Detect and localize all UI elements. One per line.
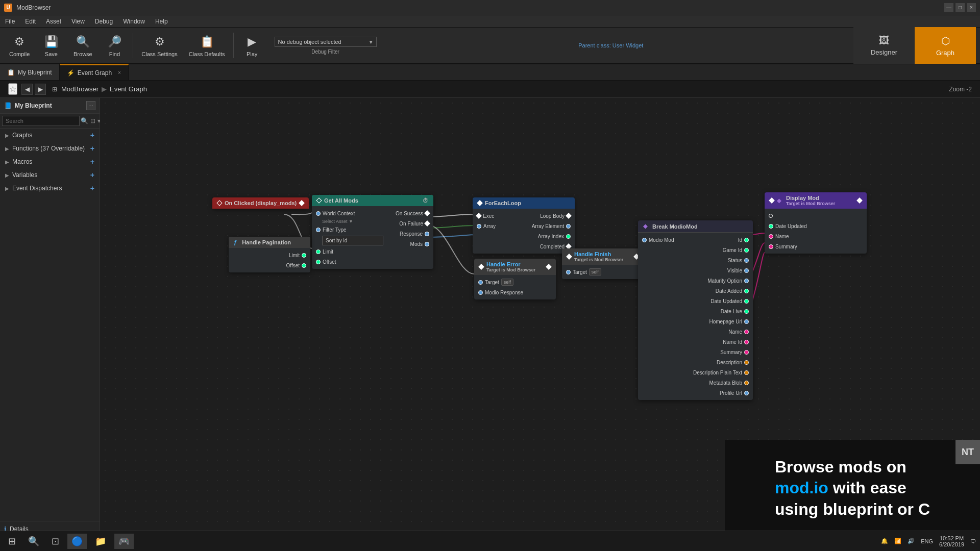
handle-finish-node[interactable]: Handle Finish Target is Mod Browser Targ… (562, 248, 644, 279)
break-desc-plain-label: Description Plain Text (693, 370, 742, 375)
filter-type-select[interactable]: Sort by id (322, 236, 383, 245)
search-taskbar-button[interactable]: 🔍 (24, 534, 43, 549)
break-title: Break ModioMod (652, 223, 698, 230)
macros-arrow: ▶ (5, 159, 9, 165)
section-event-dispatchers[interactable]: ▶ Event Dispatchers + (0, 182, 100, 195)
menu-asset[interactable]: Asset (41, 15, 66, 27)
tab-event-graph[interactable]: ⚡ Event Graph × (60, 64, 129, 80)
dm-exec-out (856, 197, 862, 203)
edge-button[interactable]: 🔵 (67, 534, 87, 549)
break-description-row: Description (689, 357, 753, 367)
menu-file[interactable]: File (0, 15, 20, 27)
dm-target-row (765, 211, 867, 221)
menu-view[interactable]: View (66, 15, 90, 27)
break-summary-pin (744, 350, 749, 355)
section-functions[interactable]: ▶ Functions (37 Overridable) + (0, 142, 100, 155)
graphs-add-button[interactable]: + (90, 131, 94, 139)
bc-mod-browser[interactable]: ModBrowser (61, 85, 99, 93)
search-input[interactable] (2, 116, 80, 126)
tab-my-blueprint[interactable]: 📋 My Blueprint (0, 64, 60, 80)
bc-event-graph[interactable]: Event Graph (110, 85, 147, 93)
star-button[interactable]: ☆ (8, 83, 17, 95)
dispatchers-add-button[interactable]: + (90, 184, 94, 192)
graph-icon: ⬡ (941, 35, 950, 47)
dm-date-updated-row: Date Updated (765, 221, 867, 231)
compile-button[interactable]: ⚙ Compile (4, 29, 35, 62)
break-visible-label: Visible (727, 268, 742, 273)
on-clicked-node[interactable]: On Clicked (display_mods) (212, 197, 309, 209)
foreach-right: Loop Body Array Element Array Index (528, 211, 575, 252)
fe-loop-body-label: Loop Body (540, 213, 565, 219)
on-failure-label: On Failure (399, 221, 423, 227)
func-icon: ƒ (234, 239, 237, 245)
handle-pagination-node[interactable]: ƒ Handle Pagination Limit Offset (229, 237, 310, 272)
class-defaults-button[interactable]: 📋 Class Defaults (184, 29, 230, 62)
menu-help[interactable]: Help (150, 15, 173, 27)
break-game-id-label: Game Id (723, 247, 742, 253)
get-all-mods-header: Get All Mods ⏱ (312, 195, 433, 206)
save-button[interactable]: 💾 Save (36, 29, 66, 62)
break-name-row: Name (689, 327, 753, 337)
close-button[interactable]: × (967, 3, 976, 12)
battery-icon: 🔔 (881, 538, 888, 544)
break-modio-mod-node[interactable]: ◆ Break ModioMod Modio Mod Id (638, 220, 753, 400)
browse-icon: 🔍 (75, 34, 91, 50)
break-id-label: Id (738, 237, 742, 243)
hf-target-pin (566, 270, 571, 274)
breadcrumb-forward[interactable]: ▶ (35, 84, 46, 95)
break-name-id-pin (744, 340, 749, 344)
fe-array-pin (477, 224, 481, 229)
debug-object-select[interactable]: No debug object selected (275, 37, 377, 47)
section-macros[interactable]: ▶ Macros + (0, 155, 100, 168)
breadcrumb-back[interactable]: ◀ (21, 84, 33, 95)
break-name-id-label: Name Id (723, 339, 742, 345)
menu-window[interactable]: Window (118, 15, 150, 27)
gam-response-row: Response (387, 229, 433, 239)
exec-pin-left (216, 200, 222, 206)
break-profile-label: Profile Url (720, 390, 742, 396)
maximize-button[interactable]: □ (955, 3, 965, 12)
variables-add-button[interactable]: + (90, 171, 94, 179)
graph-view-button[interactable]: ⬡ Graph (915, 27, 976, 64)
explorer-button[interactable]: 📁 (91, 534, 110, 549)
section-graphs[interactable]: ▶ Graphs + (0, 129, 100, 142)
on-success-pin (424, 210, 430, 216)
play-button[interactable]: ▶ Play (237, 29, 267, 62)
exec-pin-right (299, 200, 305, 206)
foreach-header: ForEachLoop (473, 197, 575, 209)
taskview-button[interactable]: ⊡ (47, 534, 63, 549)
for-each-loop-node[interactable]: ForEachLoop Exec Array (473, 197, 575, 254)
browse-button[interactable]: 🔍 Browse (67, 29, 98, 62)
macros-add-button[interactable]: + (90, 158, 94, 166)
functions-add-button[interactable]: + (90, 144, 94, 153)
gam-offset-row: Offset (312, 257, 387, 267)
start-button[interactable]: ⊞ (4, 534, 20, 549)
panel-options-button[interactable]: ⋯ (86, 101, 95, 110)
minimize-button[interactable]: — (944, 3, 953, 12)
handle-pagination-header: ƒ Handle Pagination (229, 237, 310, 248)
get-all-mods-node[interactable]: Get All Mods ⏱ World Context Select Asse… (312, 195, 433, 269)
handle-error-node[interactable]: Handle Error Target is Mod Browser Targe… (474, 259, 556, 299)
toolbar: ⚙ Compile 💾 Save 🔍 Browse 🔎 Find ⚙ Class… (0, 28, 980, 64)
menu-edit[interactable]: Edit (20, 15, 41, 27)
parent-class-value: User Widget (612, 42, 644, 48)
overlay-line1: Browse mods on (775, 458, 906, 476)
search-icon: 🔍 (81, 117, 88, 124)
tab-close-icon[interactable]: × (118, 70, 121, 76)
unreal-button[interactable]: 🎮 (114, 534, 134, 549)
display-mod-node[interactable]: ◆ Display Mod Target is Mod Browser Date… (765, 192, 867, 254)
overlay-line2: with ease (828, 479, 906, 497)
class-settings-button[interactable]: ⚙ Class Settings (136, 29, 182, 62)
display-mod-title: Display Mod (786, 195, 835, 201)
find-button[interactable]: 🔎 Find (99, 29, 130, 62)
menu-debug[interactable]: Debug (90, 15, 118, 27)
break-metadata-row: Metadata Blob (689, 378, 753, 388)
break-maturity-label: Maturity Option (707, 278, 742, 284)
section-variables[interactable]: ▶ Variables + (0, 168, 100, 182)
titlebar: U ModBrowser — □ × (0, 0, 980, 15)
designer-view-button[interactable]: 🖼 Designer (853, 27, 915, 64)
breadcrumb: ☆ ◀ ▶ ⊞ ModBrowser ▶ Event Graph Zoom -2 (0, 81, 980, 98)
handle-finish-titles: Handle Finish Target is Mod Browser (574, 251, 623, 262)
break-body: Modio Mod Id Game Id Status (638, 233, 753, 400)
blueprint-canvas[interactable]: On Clicked (display_mods) Get All Mods ⏱… (100, 98, 980, 537)
